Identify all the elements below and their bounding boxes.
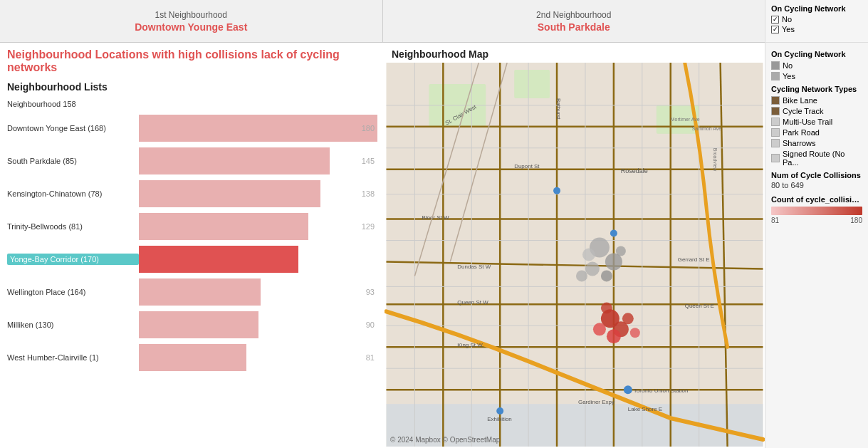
yes-legend-label: Yes bbox=[783, 72, 795, 80]
svg-text:Gerrard St E: Gerrard St E bbox=[678, 256, 710, 263]
svg-text:Rosedale: Rosedale bbox=[621, 167, 648, 174]
list-title: Neighbourhood Lists bbox=[7, 81, 377, 93]
row-value: 93 bbox=[366, 288, 375, 296]
row-label: South Parkdale (85) bbox=[7, 157, 139, 165]
neighbourhood-list: Neighbourhood 158 Downtown Yonge East (1… bbox=[7, 97, 377, 373]
table-row[interactable]: Kensington-Chinatown (78) 138 bbox=[7, 178, 377, 209]
cycle-track-color bbox=[771, 107, 780, 115]
on-cycling-network-title-top: On Cycling Network bbox=[771, 4, 862, 13]
row-bar-fill bbox=[139, 311, 258, 338]
signed-route-label: Signed Route (No Pa... bbox=[783, 150, 862, 167]
first-neighbourhood-label: 1st Neighbourhood bbox=[155, 10, 227, 20]
multi-use-trail-color bbox=[771, 118, 780, 126]
svg-point-53 bbox=[630, 328, 640, 338]
row-label: Trinity-Bellwoods (81) bbox=[7, 222, 139, 231]
cycle-track-label: Cycle Track bbox=[783, 107, 823, 115]
gradient-max: 180 bbox=[850, 217, 862, 224]
row-bar-fill bbox=[139, 115, 377, 142]
row-bar-container: 180 bbox=[139, 115, 377, 142]
on-cycling-no-item[interactable]: ✓ No bbox=[771, 15, 862, 24]
row-bar-container: 138 bbox=[139, 180, 377, 207]
signed-route-color bbox=[771, 154, 780, 162]
top-right-filter: On Cycling Network ✓ No ✓ Yes bbox=[765, 0, 868, 43]
svg-point-45 bbox=[616, 246, 626, 256]
cycling-network-yes-legend: Yes bbox=[771, 72, 862, 80]
svg-text:Gardiner Expy: Gardiner Expy bbox=[578, 399, 615, 405]
bike-lane-label: Bike Lane bbox=[783, 96, 817, 105]
count-title: Count of cycle_collision... bbox=[771, 195, 862, 204]
row-bar-container: 81 bbox=[139, 344, 377, 371]
svg-point-49 bbox=[593, 323, 606, 335]
table-row[interactable]: Trinity-Bellwoods (81) 129 bbox=[7, 211, 377, 242]
second-neighbourhood-value: South Parkdale bbox=[538, 21, 610, 33]
row-bar-container: 93 bbox=[139, 278, 377, 306]
map-svg: St. Clair West Dupont St Bloor St W Dund… bbox=[385, 63, 765, 447]
row-value: 90 bbox=[366, 321, 375, 329]
svg-text:Mortimer Ave: Mortimer Ave bbox=[671, 117, 700, 122]
svg-point-51 bbox=[607, 329, 621, 343]
table-row[interactable]: West Humber-Clairville (1) 81 bbox=[7, 342, 377, 373]
yes-checkbox-top[interactable]: ✓ bbox=[771, 26, 779, 33]
row-value: 129 bbox=[362, 222, 375, 231]
left-panel: Neighbourhood Locations with high collis… bbox=[0, 43, 385, 448]
no-label-top: No bbox=[782, 15, 792, 24]
park-road-color bbox=[771, 128, 780, 137]
map-container[interactable]: St. Clair West Dupont St Bloor St W Dund… bbox=[385, 63, 765, 447]
row-bar-container: 145 bbox=[139, 147, 377, 174]
yes-color-box bbox=[771, 72, 780, 80]
svg-point-50 bbox=[622, 313, 634, 324]
sharrows-color bbox=[771, 139, 780, 147]
no-color-box bbox=[771, 61, 780, 70]
table-row[interactable]: Wellington Place (164) 93 bbox=[7, 276, 377, 308]
row-bar-container bbox=[139, 97, 377, 111]
right-legend-panel: On Cycling Network No Yes Cycling Networ… bbox=[765, 43, 868, 448]
row-bar-fill bbox=[139, 213, 308, 240]
gradient-labels: 81 180 bbox=[771, 217, 862, 224]
svg-point-56 bbox=[624, 385, 632, 394]
signed-route-item: Signed Route (No Pa... bbox=[771, 150, 862, 167]
svg-rect-2 bbox=[514, 70, 550, 98]
table-row[interactable]: South Parkdale (85) 145 bbox=[7, 145, 377, 177]
svg-point-44 bbox=[582, 249, 595, 261]
svg-point-54 bbox=[553, 187, 560, 194]
park-road-item: Park Road bbox=[771, 128, 862, 137]
svg-text:Broadview: Broadview bbox=[713, 148, 718, 172]
table-row[interactable]: Milliken (130) 90 bbox=[7, 309, 377, 340]
on-cycling-yes-item[interactable]: ✓ Yes bbox=[771, 25, 862, 33]
row-bar-fill bbox=[139, 278, 261, 306]
table-row[interactable]: Yonge-Bay Corridor (170) 121 bbox=[7, 244, 377, 275]
headline: Neighbourhood Locations with high collis… bbox=[7, 48, 377, 74]
yes-label-top: Yes bbox=[782, 25, 795, 33]
row-label: Downtown Yonge East (168) bbox=[7, 124, 139, 132]
svg-point-43 bbox=[601, 270, 612, 281]
row-label-selected: Yonge-Bay Corridor (170) bbox=[7, 254, 139, 265]
row-bar-container: 129 bbox=[139, 213, 377, 240]
svg-point-55 bbox=[610, 230, 617, 237]
map-credit: © 2024 Mapbox © OpenStreetMap bbox=[390, 436, 500, 444]
sharrows-label: Sharrows bbox=[783, 139, 815, 147]
sharrows-item: Sharrows bbox=[771, 139, 862, 147]
row-label: Kensington-Chinatown (78) bbox=[7, 189, 139, 198]
first-neighbourhood-value: Downtown Younge East bbox=[135, 21, 247, 33]
collisions-title: Num of Cycle Collisions bbox=[771, 171, 862, 179]
svg-text:Bloor St W: Bloor St W bbox=[422, 214, 449, 221]
row-label: Neighbourhood 158 bbox=[7, 100, 139, 108]
svg-text:Dundas St W: Dundas St W bbox=[457, 264, 491, 270]
no-checkbox-top[interactable]: ✓ bbox=[771, 16, 779, 24]
svg-text:Exhibition: Exhibition bbox=[487, 416, 512, 422]
second-neighbourhood-label: 2nd Neighbourhood bbox=[536, 10, 611, 20]
svg-text:Bathurst: Bathurst bbox=[555, 98, 562, 120]
table-row[interactable]: Downtown Yonge East (168) 180 bbox=[7, 113, 377, 144]
svg-text:Queen St W: Queen St W bbox=[457, 299, 488, 306]
svg-text:Toronto Union Station: Toronto Union Station bbox=[634, 387, 689, 394]
svg-point-52 bbox=[601, 302, 612, 313]
collisions-range: 80 to 649 bbox=[771, 181, 862, 189]
row-label: West Humber-Clairville (1) bbox=[7, 353, 139, 362]
cycling-network-legend-title: On Cycling Network bbox=[771, 50, 862, 58]
table-row: Neighbourhood 158 bbox=[7, 97, 377, 111]
row-bar-container: 90 bbox=[139, 311, 377, 338]
row-value: 180 bbox=[362, 124, 375, 132]
row-value: 145 bbox=[362, 157, 375, 165]
svg-point-46 bbox=[576, 270, 587, 281]
park-road-label: Park Road bbox=[783, 128, 820, 137]
